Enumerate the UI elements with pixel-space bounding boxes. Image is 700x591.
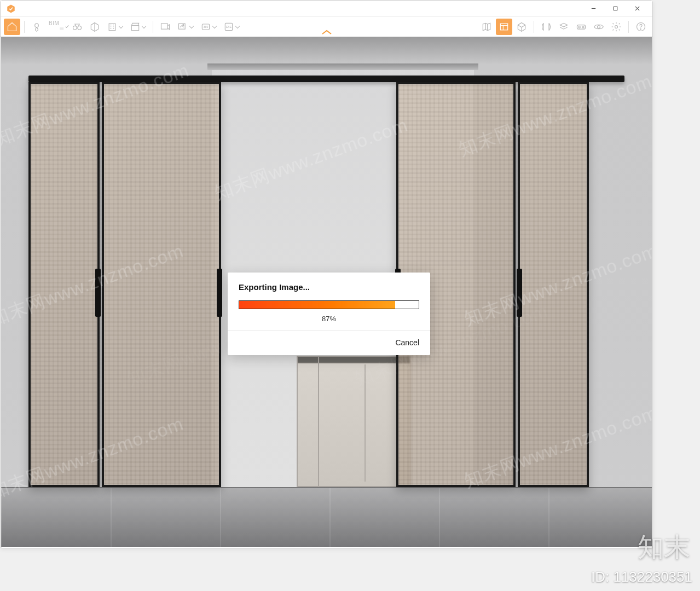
dialog-title: Exporting Image...: [239, 282, 419, 292]
svg-rect-9: [161, 24, 168, 29]
svg-rect-10: [179, 24, 186, 29]
titlebar: [1, 1, 652, 17]
svg-point-21: [615, 25, 618, 28]
materials-button[interactable]: [556, 19, 572, 35]
progress-bar-fill: [239, 301, 395, 309]
brand-watermark: 知末: [638, 530, 690, 565]
help-button[interactable]: [633, 19, 649, 35]
window-minimize-button[interactable]: [582, 1, 604, 16]
exe-export-dropdown-button[interactable]: EXE: [221, 19, 242, 35]
window-maximize-button[interactable]: [604, 1, 626, 16]
section-view-button[interactable]: [86, 19, 103, 35]
map-panel-button[interactable]: [478, 19, 495, 35]
window-close-button[interactable]: [626, 1, 648, 16]
main-toolbar: BIM 360 EXE: [1, 17, 652, 37]
app-window: BIM 360 EXE: [0, 0, 653, 548]
svg-rect-16: [500, 24, 507, 30]
chevron-down-icon: [235, 24, 240, 28]
toolbar-group-export: 360 EXE: [157, 19, 242, 35]
toolbar-separator: [153, 21, 153, 33]
home-button[interactable]: [4, 19, 20, 35]
svg-point-19: [582, 26, 584, 27]
bim-dropdown-button[interactable]: BIM: [46, 19, 68, 35]
asset-id-label: ID: 1132230351: [591, 569, 692, 586]
export-image-dropdown-button[interactable]: [175, 19, 196, 35]
chevron-down-icon: [65, 24, 69, 28]
progress-bar: [239, 300, 419, 309]
chevron-down-icon: [142, 24, 146, 28]
visibility-button[interactable]: [591, 19, 607, 35]
toolbar-separator: [534, 21, 534, 33]
toolbar-separator: [628, 21, 629, 33]
svg-rect-1: [614, 7, 617, 10]
svg-point-23: [640, 28, 641, 29]
export-progress-dialog: Exporting Image... 87% Cancel: [228, 273, 430, 355]
progress-percent-label: 87%: [239, 315, 419, 323]
cube-view-button[interactable]: [513, 19, 530, 35]
bim-label: BIM: [49, 20, 59, 26]
panorama-export-dropdown-button[interactable]: 360: [198, 19, 219, 35]
export-image-button[interactable]: [157, 19, 173, 35]
svg-point-5: [73, 26, 77, 30]
app-logo-icon: [6, 4, 16, 14]
styles-panel-button[interactable]: [496, 19, 512, 35]
building-dropdown-button[interactable]: [104, 19, 126, 35]
svg-point-18: [578, 26, 580, 27]
svg-text:EXE: EXE: [226, 25, 232, 28]
expand-toolbar-caret[interactable]: [319, 29, 335, 37]
toolbar-separator: [24, 21, 25, 33]
svg-point-20: [598, 25, 600, 28]
svg-point-6: [78, 26, 82, 30]
svg-rect-7: [109, 24, 115, 30]
svg-point-4: [35, 24, 39, 27]
chevron-down-icon: [119, 24, 123, 28]
viewport-3d[interactable]: 知末网www.znzmo.com 知末网www.znzmo.com 知末网www…: [1, 37, 652, 547]
svg-text:360: 360: [204, 25, 209, 28]
toolbar-group-navigate: BIM: [28, 19, 149, 35]
settings-button[interactable]: [608, 19, 624, 35]
vr-headset-button[interactable]: [573, 19, 589, 35]
compare-panels-button[interactable]: [538, 19, 554, 35]
clapper-dropdown-button[interactable]: [127, 19, 149, 35]
cancel-button[interactable]: Cancel: [395, 338, 419, 347]
svg-rect-8: [131, 25, 138, 30]
chevron-down-icon: [212, 24, 217, 28]
location-pin-button[interactable]: [28, 19, 45, 35]
toolbar-right: [478, 19, 649, 35]
binoculars-button[interactable]: [69, 19, 85, 35]
svg-point-11: [183, 24, 184, 25]
chevron-down-icon: [189, 24, 194, 28]
